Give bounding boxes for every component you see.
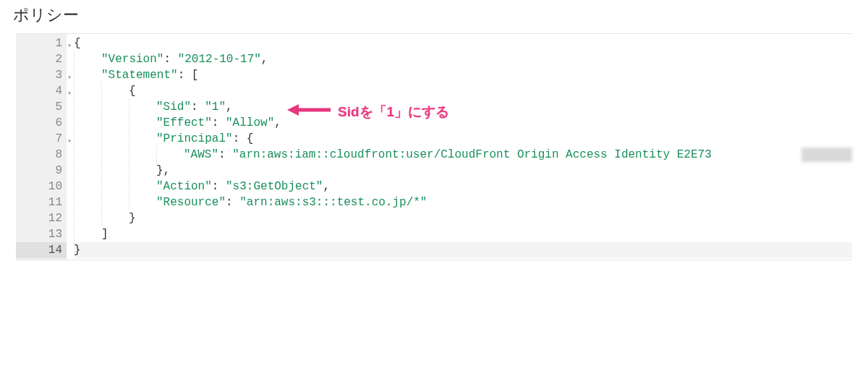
code-line[interactable]: },	[74, 163, 852, 179]
code-line[interactable]: "Resource": "arn:aws:s3:::test.co.jp/*"	[74, 194, 852, 210]
gutter-line: 8	[16, 147, 67, 163]
code-line[interactable]: }	[74, 242, 852, 258]
gutter-line: 5	[16, 99, 67, 115]
gutter-line: 10	[16, 179, 67, 194]
gutter-line: 9	[16, 163, 67, 179]
code-line[interactable]: "AWS": "arn:aws:iam::cloudfront:user/Clo…	[74, 147, 852, 163]
code-line[interactable]: "Statement": [	[74, 67, 852, 83]
redacted-region	[801, 147, 852, 162]
code-line[interactable]: ]	[74, 226, 852, 242]
code-line[interactable]: "Action": "s3:GetObject",	[74, 179, 852, 194]
code-line[interactable]: }	[74, 210, 852, 226]
code-line[interactable]: "Sid": "1",	[74, 99, 852, 115]
page-title: ポリシー	[0, 0, 868, 33]
gutter-line: 4▾	[16, 83, 67, 99]
gutter-line: 7▾	[16, 131, 67, 147]
gutter-line: 1▾	[16, 35, 67, 51]
code-line[interactable]: "Version": "2012-10-17",	[74, 51, 852, 67]
policy-editor[interactable]: 1▾23▾4▾567▾891011121314 {"Version": "201…	[16, 33, 852, 260]
code-line[interactable]: {	[74, 35, 852, 51]
gutter-line: 6	[16, 115, 67, 131]
gutter-line: 14	[16, 242, 67, 258]
gutter-line: 3▾	[16, 67, 67, 83]
code-line[interactable]: {	[74, 83, 852, 99]
code-area[interactable]: {"Version": "2012-10-17","Statement": [{…	[67, 34, 852, 260]
gutter-line: 13	[16, 226, 67, 242]
code-line[interactable]: "Principal": {	[74, 131, 852, 147]
gutter-line: 2	[16, 51, 67, 67]
gutter-line: 11	[16, 194, 67, 210]
gutter-line: 12	[16, 210, 67, 226]
code-line[interactable]: "Effect": "Allow",	[74, 115, 852, 131]
line-gutter: 1▾23▾4▾567▾891011121314	[16, 34, 67, 260]
